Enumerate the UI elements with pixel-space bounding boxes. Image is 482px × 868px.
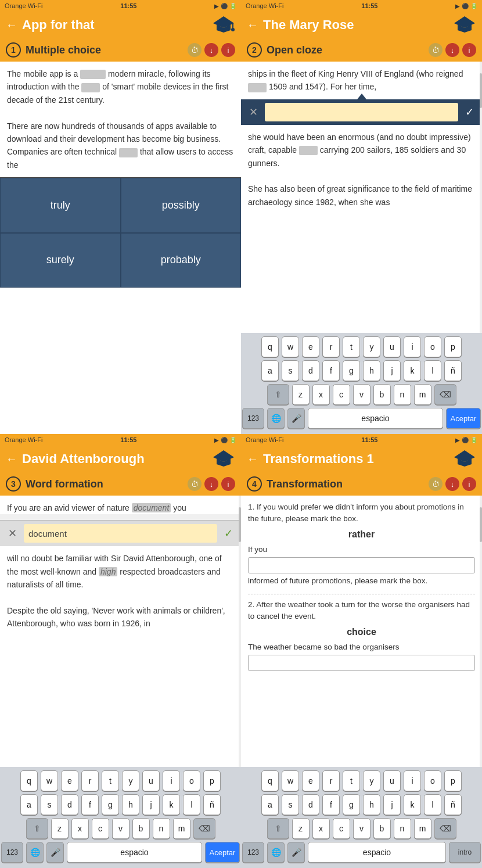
key-p-4[interactable]: p: [444, 770, 462, 791]
mc-option-surely[interactable]: surely: [0, 233, 121, 288]
key-y-3[interactable]: y: [122, 770, 139, 791]
key-l-2[interactable]: l: [424, 360, 441, 381]
key-m-4[interactable]: m: [414, 818, 431, 839]
key-v-2[interactable]: v: [353, 384, 371, 405]
key-j-3[interactable]: j: [142, 794, 160, 815]
key-accept-3[interactable]: Aceptar: [205, 842, 240, 863]
back-button-2[interactable]: ←: [247, 19, 258, 32]
key-s-2[interactable]: s: [282, 360, 299, 381]
key-n-tilde-3[interactable]: ñ: [203, 794, 221, 815]
key-f-4[interactable]: f: [322, 794, 340, 815]
key-t-2[interactable]: t: [343, 336, 360, 357]
clock-icon-4[interactable]: ⏱: [429, 477, 443, 491]
key-z-2[interactable]: z: [292, 384, 310, 405]
key-globe-3[interactable]: 🌐: [26, 842, 44, 863]
download-icon-3[interactable]: ↓: [204, 477, 218, 491]
back-button-3[interactable]: ←: [6, 453, 17, 466]
key-space-4[interactable]: espacio: [308, 842, 446, 863]
key-shift-3[interactable]: ⇧: [26, 818, 48, 839]
key-s-3[interactable]: s: [41, 794, 58, 815]
info-icon-3[interactable]: i: [221, 477, 235, 491]
key-i-2[interactable]: i: [404, 336, 421, 357]
key-k-2[interactable]: k: [404, 360, 421, 381]
key-e-4[interactable]: e: [302, 770, 319, 791]
key-f-2[interactable]: f: [322, 360, 340, 381]
info-icon-2[interactable]: i: [462, 43, 476, 57]
key-num-4[interactable]: 123: [242, 842, 264, 863]
key-t-4[interactable]: t: [343, 770, 360, 791]
scroll-thumb-2[interactable]: [480, 73, 482, 108]
key-b-2[interactable]: b: [373, 384, 391, 405]
key-y-4[interactable]: y: [363, 770, 380, 791]
key-x-2[interactable]: x: [312, 384, 330, 405]
key-u-4[interactable]: u: [383, 770, 401, 791]
key-delete-2[interactable]: ⌫: [434, 384, 456, 405]
transform-input-1[interactable]: [248, 557, 475, 573]
key-r-2[interactable]: r: [322, 336, 340, 357]
key-accept-2[interactable]: Aceptar: [446, 408, 481, 429]
key-z-3[interactable]: z: [51, 818, 69, 839]
key-v-3[interactable]: v: [112, 818, 130, 839]
key-c-3[interactable]: c: [92, 818, 109, 839]
key-v-4[interactable]: v: [353, 818, 371, 839]
key-p-3[interactable]: p: [203, 770, 221, 791]
key-g-4[interactable]: g: [343, 794, 360, 815]
key-q-3[interactable]: q: [20, 770, 38, 791]
key-num-3[interactable]: 123: [1, 842, 23, 863]
key-o-4[interactable]: o: [424, 770, 441, 791]
key-z-4[interactable]: z: [292, 818, 310, 839]
key-g-2[interactable]: g: [343, 360, 360, 381]
key-num-2[interactable]: 123: [242, 408, 264, 429]
key-globe-2[interactable]: 🌐: [267, 408, 285, 429]
mc-option-truly[interactable]: truly: [0, 178, 121, 233]
wf-confirm-button[interactable]: ✓: [221, 526, 236, 541]
key-a-2[interactable]: a: [261, 360, 279, 381]
key-c-4[interactable]: c: [333, 818, 350, 839]
key-r-4[interactable]: r: [322, 770, 340, 791]
key-r-3[interactable]: r: [81, 770, 99, 791]
key-globe-4[interactable]: 🌐: [267, 842, 285, 863]
info-icon-1[interactable]: i: [221, 43, 235, 57]
key-l-4[interactable]: l: [424, 794, 441, 815]
mc-option-probably[interactable]: probably: [121, 233, 242, 288]
key-q-4[interactable]: q: [261, 770, 279, 791]
key-m-2[interactable]: m: [414, 384, 431, 405]
download-icon-4[interactable]: ↓: [445, 477, 459, 491]
key-u-2[interactable]: u: [383, 336, 401, 357]
cloze-cancel-button[interactable]: ✕: [246, 105, 261, 120]
wf-cancel-button[interactable]: ✕: [5, 526, 20, 541]
key-u-3[interactable]: u: [142, 770, 160, 791]
key-shift-2[interactable]: ⇧: [267, 384, 289, 405]
key-x-4[interactable]: x: [312, 818, 330, 839]
key-y-2[interactable]: y: [363, 336, 380, 357]
key-f-3[interactable]: f: [81, 794, 99, 815]
key-h-3[interactable]: h: [122, 794, 139, 815]
key-k-3[interactable]: k: [163, 794, 180, 815]
key-shift-4[interactable]: ⇧: [267, 818, 289, 839]
info-icon-4[interactable]: i: [462, 477, 476, 491]
key-d-4[interactable]: d: [302, 794, 319, 815]
key-g-3[interactable]: g: [102, 794, 119, 815]
key-a-3[interactable]: a: [20, 794, 38, 815]
wf-text-input[interactable]: [24, 524, 217, 543]
key-n-tilde-2[interactable]: ñ: [444, 360, 462, 381]
key-mic-3[interactable]: 🎤: [46, 842, 64, 863]
clock-icon-1[interactable]: ⏱: [188, 43, 202, 57]
transform-input-2[interactable]: [248, 655, 475, 671]
key-t-3[interactable]: t: [102, 770, 119, 791]
cloze-text-input[interactable]: [265, 103, 458, 121]
key-k-4[interactable]: k: [404, 794, 421, 815]
key-s-4[interactable]: s: [282, 794, 299, 815]
key-b-4[interactable]: b: [373, 818, 391, 839]
key-m-3[interactable]: m: [173, 818, 190, 839]
cloze-confirm-button[interactable]: ✓: [462, 105, 477, 120]
key-space-3[interactable]: espacio: [67, 842, 202, 863]
key-a-4[interactable]: a: [261, 794, 279, 815]
clock-icon-2[interactable]: ⏱: [429, 43, 443, 57]
back-button-4[interactable]: ←: [247, 453, 258, 466]
key-p-2[interactable]: p: [444, 336, 462, 357]
key-c-2[interactable]: c: [333, 384, 350, 405]
key-n-tilde-4[interactable]: ñ: [444, 794, 462, 815]
key-w-3[interactable]: w: [41, 770, 58, 791]
key-j-4[interactable]: j: [383, 794, 401, 815]
